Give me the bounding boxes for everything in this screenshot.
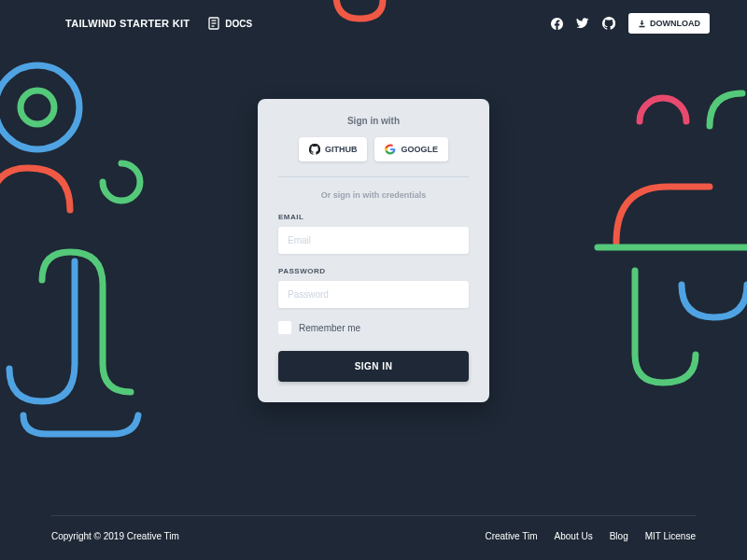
email-field[interactable]: [278, 227, 469, 254]
footer-links: Creative Tim About Us Blog MIT License: [485, 531, 696, 541]
login-card: Sign in with GITHUB GOOGLE Or sign in wi…: [258, 99, 489, 402]
remember-label: Remember me: [299, 323, 360, 333]
nav-right: DOWNLOAD: [551, 13, 710, 34]
download-button[interactable]: DOWNLOAD: [628, 13, 710, 34]
github-icon[interactable]: [602, 17, 615, 30]
github-login-button[interactable]: GITHUB: [299, 137, 368, 161]
google-login-button[interactable]: GOOGLE: [374, 137, 448, 161]
footer-link-creative-tim[interactable]: Creative Tim: [485, 531, 537, 541]
brand-title[interactable]: TAILWIND STARTER KIT: [65, 18, 190, 29]
google-btn-label: GOOGLE: [401, 145, 438, 154]
docs-link[interactable]: DOCS: [208, 17, 252, 30]
footer-link-license[interactable]: MIT License: [645, 531, 696, 541]
signin-button[interactable]: SIGN IN: [278, 351, 469, 382]
copyright-text: Copyright © 2019 Creative Tim: [51, 531, 179, 541]
footer-row: Copyright © 2019 Creative Tim Creative T…: [51, 531, 696, 541]
google-icon: [385, 144, 396, 155]
social-login-row: GITHUB GOOGLE: [278, 137, 469, 161]
svg-point-0: [0, 65, 79, 149]
footer-divider: [51, 515, 696, 516]
signin-with-label: Sign in with: [278, 116, 469, 126]
download-label: DOWNLOAD: [650, 19, 700, 28]
nav-left: TAILWIND STARTER KIT DOCS: [65, 17, 252, 30]
card-divider: [278, 176, 469, 177]
twitter-icon[interactable]: [576, 18, 589, 29]
download-icon: [638, 20, 646, 28]
password-field[interactable]: [278, 281, 469, 308]
facebook-icon[interactable]: [551, 18, 563, 30]
github-small-icon: [309, 144, 320, 155]
or-credentials-label: Or sign in with credentials: [278, 190, 469, 200]
remember-row: Remember me: [278, 321, 469, 334]
email-label: EMAIL: [278, 213, 469, 221]
svg-point-1: [21, 91, 54, 124]
footer-link-blog[interactable]: Blog: [610, 531, 628, 541]
footer: Copyright © 2019 Creative Tim Creative T…: [0, 515, 747, 560]
footer-link-about[interactable]: About Us: [555, 531, 593, 541]
remember-checkbox[interactable]: [278, 321, 291, 334]
password-label: PASSWORD: [278, 267, 469, 275]
github-btn-label: GITHUB: [325, 145, 358, 154]
docs-icon: [208, 17, 219, 30]
docs-label: DOCS: [225, 19, 252, 29]
top-nav: TAILWIND STARTER KIT DOCS DOWNLOAD: [0, 0, 747, 34]
